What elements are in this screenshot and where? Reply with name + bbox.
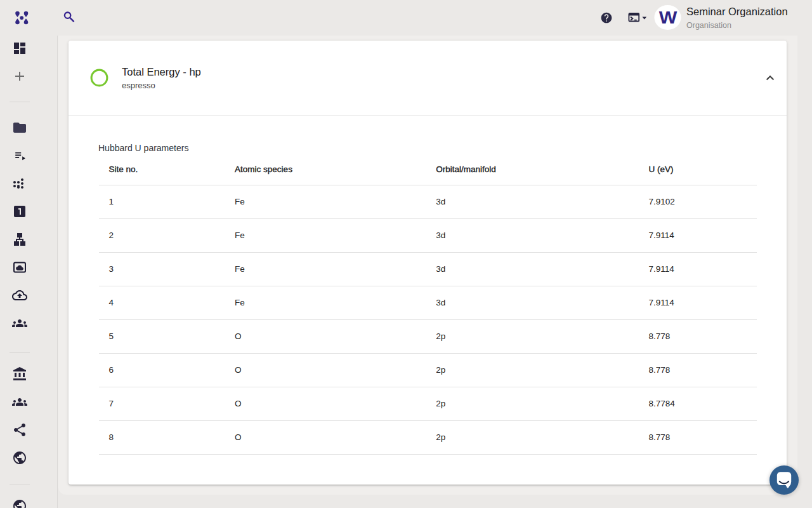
table-cell: 8.778 [638,319,756,353]
table-cell: 3 [99,252,225,286]
table-cell: O [225,353,426,387]
materials-cloud-logo[interactable] [11,6,32,29]
groups-icon[interactable] [12,394,27,410]
table-cell: O [225,319,426,353]
table-cell: 7 [99,387,225,420]
table-cell: 8.778 [638,353,756,387]
plus-icon[interactable] [12,69,27,84]
table-cell: 5 [99,319,225,353]
table-cell: 3d [426,185,638,218]
table-cell: 2 [99,218,225,252]
organization-block[interactable]: Seminar Organization Organisation [686,5,794,31]
table-row: 5O2p8.778 [99,319,757,353]
terminal-icon[interactable] [627,9,648,27]
folder-icon[interactable] [12,120,27,135]
table-row: 1Fe3d7.9102 [99,185,757,218]
table-column-header: Orbital/manifold [426,154,638,185]
table-cell: 7.9114 [638,252,756,286]
sidebar-divider [10,352,30,353]
dashboard-icon[interactable] [12,41,27,56]
topbar: W Seminar Organization Organisation [0,0,812,36]
sidebar [0,36,58,508]
globe-icon[interactable] [12,450,27,465]
card-header-divider [69,115,787,116]
sidebar-divider [10,102,30,102]
status-ring-icon [90,69,108,87]
table-cell: 8.7784 [638,387,756,420]
table-cell: Fe [225,218,426,252]
search-icon[interactable] [61,8,77,24]
table-caption: Hubbard U parameters [98,142,188,154]
looks-one-icon[interactable] [12,204,27,219]
table-row: 3Fe3d7.9114 [99,252,757,286]
cloud-upload-icon[interactable] [12,288,27,303]
table-cell: 8.778 [638,420,756,454]
avatar[interactable]: W [654,5,681,30]
table-cell: 2p [426,387,638,420]
table-column-header: Site no. [99,154,225,185]
chat-bubble-icon [777,472,791,488]
playlist-play-icon[interactable] [12,148,27,163]
table-cell: 3d [426,252,638,286]
sidebar-divider [10,485,30,485]
table-row: 6O2p8.778 [99,353,757,387]
table-cell: O [225,420,426,454]
table-row: 7O2p8.7784 [99,387,757,420]
table-column-header: U (eV) [638,154,756,185]
process-card: Total Energy - hp espresso Hubbard U par… [69,41,787,485]
table-cell: 2p [426,420,638,454]
table-cell: O [225,387,426,420]
table-cell: 1 [99,185,225,218]
table-cell: Fe [225,286,426,319]
organization-name: Seminar Organization [686,5,794,18]
table-cell: 2p [426,319,638,353]
table-cell: 7.9114 [638,218,756,252]
table-cell: 7.9102 [638,185,756,218]
table-cell: 4 [99,286,225,319]
table-cell: 7.9114 [638,286,756,319]
table-cell: 6 [99,353,225,387]
table-cell: 3d [426,218,638,252]
card-subtitle: espresso [122,81,155,90]
help-icon[interactable] [600,11,613,24]
cloud-frame-icon[interactable] [12,260,27,275]
globe-icon[interactable] [12,498,27,508]
table-row: 8O2p8.778 [99,420,757,454]
table-body: 1Fe3d7.91022Fe3d7.91143Fe3d7.91144Fe3d7.… [99,185,757,454]
chat-fab[interactable] [769,465,799,495]
table-header-row: Site no.Atomic speciesOrbital/manifoldU … [99,154,757,185]
app-root: W Seminar Organization Organisation [0,0,812,508]
chevron-up-icon[interactable] [755,63,785,93]
caret-down-icon [642,17,646,19]
table-column-header: Atomic species [225,154,426,185]
table-cell: 2p [426,353,638,387]
grain-icon[interactable] [12,177,27,192]
card-header: Total Energy - hp espresso [69,41,787,115]
hubbard-table: Site no.Atomic speciesOrbital/manifoldU … [99,154,757,455]
table-cell: 8 [99,420,225,454]
groups-icon[interactable] [12,316,27,331]
card-title: Total Energy - hp [122,66,201,78]
table-row: 2Fe3d7.9114 [99,218,757,252]
table-cell: Fe [225,252,426,286]
table-cell: 3d [426,286,638,319]
share-icon[interactable] [12,422,27,438]
table-row: 4Fe3d7.9114 [99,286,757,319]
organization-type: Organisation [686,20,794,31]
bank-icon[interactable] [12,366,27,382]
lan-tree-icon[interactable] [12,232,27,247]
table-cell: Fe [225,185,426,218]
